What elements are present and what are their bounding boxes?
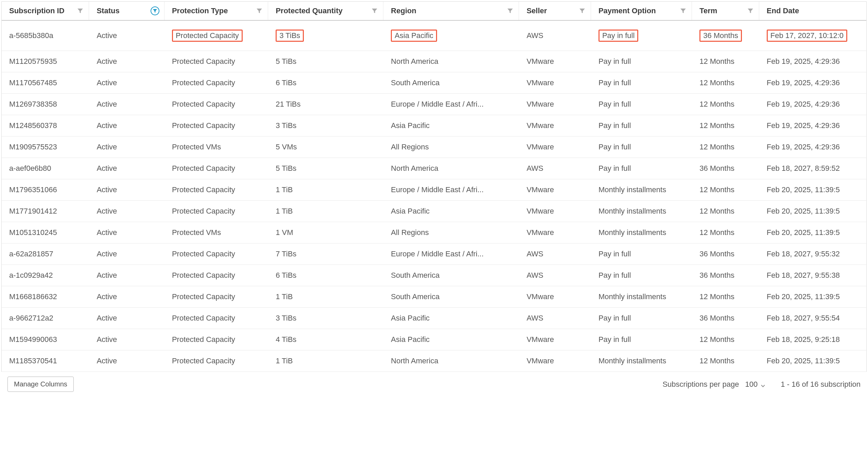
filter-icon[interactable] (578, 7, 586, 15)
cell-value: Protected Capacity (172, 100, 235, 109)
table-row[interactable]: M1771901412ActiveProtected Capacity1 TiB… (2, 201, 866, 222)
cell-end_date: Feb 18, 2025, 9:25:18 (759, 329, 866, 350)
column-header-payment_option[interactable]: Payment Option (591, 2, 692, 20)
manage-columns-button[interactable]: Manage Columns (7, 377, 74, 392)
filter-icon[interactable] (76, 7, 84, 15)
table-row[interactable]: M1668186632ActiveProtected Capacity1 TiB… (2, 286, 866, 308)
table-body: a-5685b380aActiveProtected Capacity3 TiB… (2, 21, 866, 372)
cell-value: 3 TiBs (276, 30, 304, 42)
column-header-subscription_id[interactable]: Subscription ID (2, 2, 89, 20)
cell-subscription_id: M1051310245 (2, 222, 89, 243)
cell-end_date: Feb 20, 2025, 11:39:5 (759, 350, 866, 371)
cell-value: 12 Months (699, 207, 734, 216)
cell-value: Feb 18, 2027, 9:55:32 (767, 250, 840, 258)
table-row[interactable]: a-62a281857ActiveProtected Capacity7 TiB… (2, 243, 866, 265)
cell-value: Feb 17, 2027, 10:12:0 (767, 30, 847, 42)
cell-value: Pay in full (598, 314, 631, 323)
table-row[interactable]: M1269738358ActiveProtected Capacity21 Ti… (2, 94, 866, 115)
chevron-down-icon (760, 382, 766, 387)
filter-icon[interactable] (747, 7, 754, 15)
table-row[interactable]: M1796351066ActiveProtected Capacity1 TiB… (2, 179, 866, 201)
column-header-region[interactable]: Region (383, 2, 519, 20)
table-row[interactable]: M1170567485ActiveProtected Capacity6 TiB… (2, 72, 866, 94)
cell-value: Active (97, 78, 117, 87)
column-header-seller[interactable]: Seller (519, 2, 591, 20)
cell-value: a-5685b380a (9, 31, 53, 40)
cell-value: Pay in full (598, 250, 631, 258)
table-row[interactable]: a-9662712a2ActiveProtected Capacity3 TiB… (2, 308, 866, 329)
cell-value: AWS (526, 164, 543, 173)
cell-value: Protected Capacity (172, 185, 235, 194)
cell-protection_type: Protected Capacity (164, 308, 268, 329)
table-row[interactable]: a-aef0e6b80ActiveProtected Capacity5 TiB… (2, 158, 866, 179)
filter-icon[interactable] (256, 7, 263, 15)
cell-value: Pay in full (598, 57, 631, 66)
cell-subscription_id: M1185370541 (2, 350, 89, 371)
table-row[interactable]: M1185370541ActiveProtected Capacity1 TiB… (2, 350, 866, 372)
cell-value: North America (391, 57, 438, 66)
cell-protection_type: Protected Capacity (164, 72, 268, 93)
cell-value: M1170567485 (9, 78, 57, 87)
cell-status: Active (89, 286, 164, 307)
cell-protected_qty: 1 TiB (268, 201, 383, 222)
cell-end_date: Feb 19, 2025, 4:29:36 (759, 51, 866, 72)
cell-value: M1120575935 (9, 57, 57, 66)
cell-seller: VMware (519, 201, 591, 222)
filter-icon[interactable] (679, 7, 687, 15)
cell-value: Feb 19, 2025, 4:29:36 (767, 78, 840, 87)
cell-value: AWS (526, 31, 543, 40)
cell-value: 36 Months (699, 164, 734, 173)
cell-value: Monthly installments (598, 292, 666, 301)
cell-seller: AWS (519, 21, 591, 51)
cell-end_date: Feb 18, 2027, 9:55:32 (759, 243, 866, 265)
cell-value: Protected Capacity (172, 207, 235, 216)
filter-icon[interactable] (151, 6, 159, 15)
cell-seller: VMware (519, 115, 591, 136)
cell-protected_qty: 4 TiBs (268, 329, 383, 350)
column-header-end_date[interactable]: End Date (759, 2, 866, 20)
table-row[interactable]: M1248560378ActiveProtected Capacity3 TiB… (2, 115, 866, 136)
cell-value: Active (97, 31, 117, 40)
cell-region: All Regions (383, 222, 519, 243)
column-header-label: Protected Quantity (276, 6, 367, 15)
column-header-protection_type[interactable]: Protection Type (164, 2, 268, 20)
table-row[interactable]: a-5685b380aActiveProtected Capacity3 TiB… (2, 21, 866, 51)
cell-value: Active (97, 164, 117, 173)
cell-value: Protected Capacity (172, 250, 235, 258)
column-header-term[interactable]: Term (692, 2, 759, 20)
per-page-label: Subscriptions per page (662, 380, 739, 389)
cell-value: Pay in full (598, 335, 631, 344)
cell-value: Active (97, 100, 117, 109)
cell-value: 5 TiBs (276, 57, 296, 66)
cell-payment_option: Pay in full (591, 158, 692, 179)
cell-protection_type: Protected Capacity (164, 243, 268, 265)
cell-region: Asia Pacific (383, 21, 519, 51)
cell-status: Active (89, 136, 164, 158)
column-header-status[interactable]: Status (89, 2, 164, 20)
filter-icon[interactable] (506, 7, 514, 15)
cell-region: All Regions (383, 136, 519, 158)
cell-subscription_id: M1120575935 (2, 51, 89, 72)
cell-value: Active (97, 335, 117, 344)
table-row[interactable]: M1909575523ActiveProtected VMs5 VMsAll R… (2, 136, 866, 158)
cell-protection_type: Protected Capacity (164, 329, 268, 350)
cell-region: South America (383, 72, 519, 93)
filter-icon[interactable] (371, 7, 378, 15)
cell-value: Europe / Middle East / Afri... (391, 250, 484, 258)
cell-seller: VMware (519, 179, 591, 200)
cell-payment_option: Pay in full (591, 51, 692, 72)
cell-protected_qty: 3 TiBs (268, 308, 383, 329)
table-row[interactable]: M1594990063ActiveProtected Capacity4 TiB… (2, 329, 866, 350)
table-row[interactable]: M1120575935ActiveProtected Capacity5 TiB… (2, 51, 866, 72)
cell-value: M1594990063 (9, 335, 57, 344)
cell-seller: VMware (519, 222, 591, 243)
cell-value: Feb 19, 2025, 4:29:36 (767, 121, 840, 130)
cell-payment_option: Monthly installments (591, 201, 692, 222)
cell-protected_qty: 1 VM (268, 222, 383, 243)
table-row[interactable]: a-1c0929a42ActiveProtected Capacity6 TiB… (2, 265, 866, 286)
cell-value: a-62a281857 (9, 250, 53, 258)
table-row[interactable]: M1051310245ActiveProtected VMs1 VMAll Re… (2, 222, 866, 243)
cell-payment_option: Pay in full (591, 265, 692, 286)
column-header-protected_qty[interactable]: Protected Quantity (268, 2, 383, 20)
per-page-select[interactable]: 100 (744, 379, 767, 390)
